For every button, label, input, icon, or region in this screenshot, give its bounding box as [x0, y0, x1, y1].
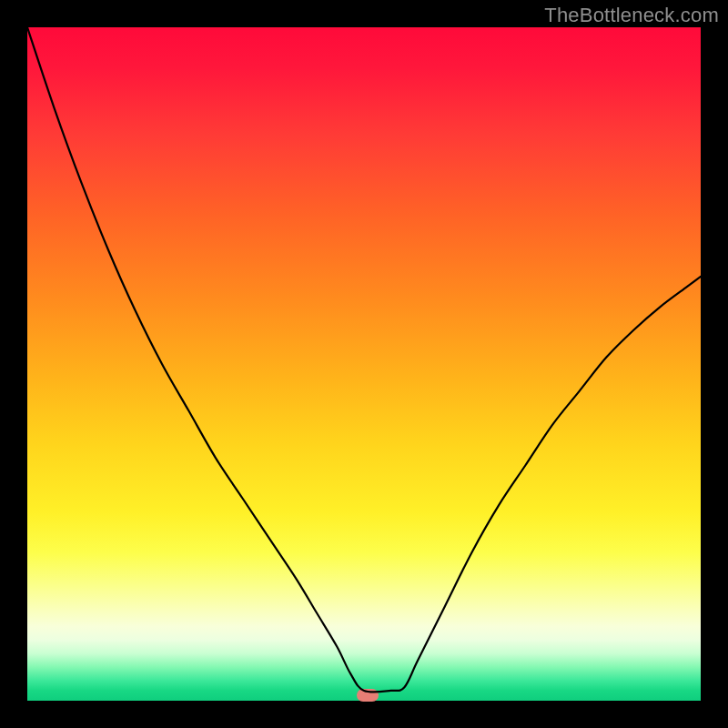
watermark-text: TheBottleneck.com [544, 4, 719, 27]
chart-stage: TheBottleneck.com [0, 0, 728, 728]
plot-area [27, 27, 701, 701]
bottleneck-curve [27, 27, 701, 701]
